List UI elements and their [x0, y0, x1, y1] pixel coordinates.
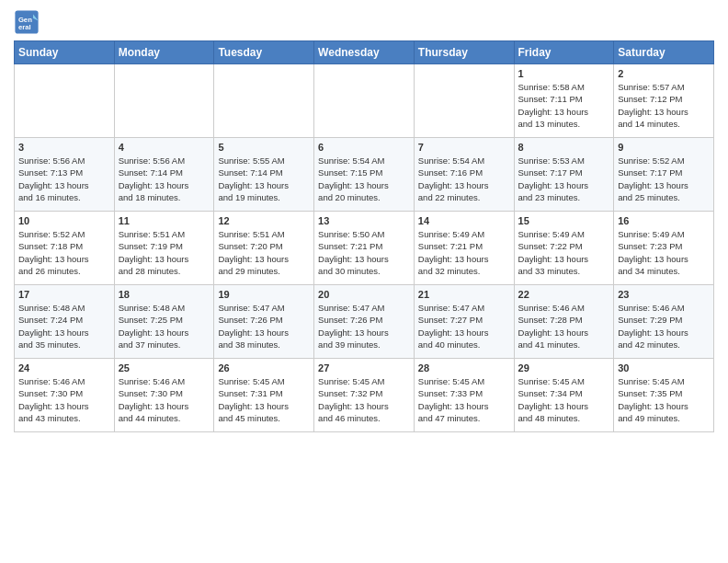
weekday-header-thursday: Thursday [414, 41, 514, 64]
day-info: Sunrise: 5:51 AM Sunset: 7:19 PM Dayligh… [119, 228, 210, 277]
day-number: 26 [218, 362, 310, 373]
calendar-cell: 3Sunrise: 5:56 AM Sunset: 7:13 PM Daylig… [15, 138, 115, 212]
calendar-cell: 2Sunrise: 5:57 AM Sunset: 7:12 PM Daylig… [614, 64, 714, 138]
svg-text:Gen: Gen [18, 16, 32, 24]
day-number: 6 [318, 142, 410, 153]
calendar-cell: 13Sunrise: 5:50 AM Sunset: 7:21 PM Dayli… [314, 212, 415, 285]
day-number: 29 [518, 362, 610, 373]
day-info: Sunrise: 5:45 AM Sunset: 7:35 PM Dayligh… [618, 375, 710, 424]
calendar-cell: 20Sunrise: 5:47 AM Sunset: 7:26 PM Dayli… [314, 285, 415, 359]
calendar-cell: 17Sunrise: 5:48 AM Sunset: 7:24 PM Dayli… [15, 285, 115, 359]
day-info: Sunrise: 5:54 AM Sunset: 7:16 PM Dayligh… [418, 155, 510, 203]
calendar-cell: 15Sunrise: 5:49 AM Sunset: 7:22 PM Dayli… [514, 212, 614, 285]
weekday-header-monday: Monday [114, 41, 214, 64]
day-info: Sunrise: 5:58 AM Sunset: 7:11 PM Dayligh… [518, 81, 610, 130]
calendar-week-4: 17Sunrise: 5:48 AM Sunset: 7:24 PM Dayli… [15, 285, 714, 359]
day-number: 12 [218, 215, 310, 226]
logo-icon: Gen eral [14, 9, 40, 35]
calendar-cell: 29Sunrise: 5:45 AM Sunset: 7:34 PM Dayli… [514, 359, 614, 432]
day-info: Sunrise: 5:52 AM Sunset: 7:17 PM Dayligh… [618, 155, 710, 203]
logo: Gen eral [14, 9, 43, 35]
day-info: Sunrise: 5:49 AM Sunset: 7:23 PM Dayligh… [618, 228, 710, 277]
calendar-header-row: SundayMondayTuesdayWednesdayThursdayFrid… [15, 41, 714, 64]
day-info: Sunrise: 5:49 AM Sunset: 7:21 PM Dayligh… [418, 228, 510, 277]
weekday-header-sunday: Sunday [15, 41, 115, 64]
day-info: Sunrise: 5:55 AM Sunset: 7:14 PM Dayligh… [218, 155, 310, 203]
calendar-week-5: 24Sunrise: 5:46 AM Sunset: 7:30 PM Dayli… [15, 359, 714, 432]
calendar-cell: 23Sunrise: 5:46 AM Sunset: 7:29 PM Dayli… [614, 285, 714, 359]
calendar-cell [15, 64, 115, 138]
svg-text:eral: eral [18, 23, 31, 31]
calendar-cell [114, 64, 214, 138]
calendar-cell: 18Sunrise: 5:48 AM Sunset: 7:25 PM Dayli… [114, 285, 214, 359]
weekday-header-wednesday: Wednesday [314, 41, 415, 64]
calendar-cell: 12Sunrise: 5:51 AM Sunset: 7:20 PM Dayli… [214, 212, 314, 285]
day-number: 30 [618, 362, 710, 373]
calendar-cell: 6Sunrise: 5:54 AM Sunset: 7:15 PM Daylig… [314, 138, 415, 212]
calendar-cell: 4Sunrise: 5:56 AM Sunset: 7:14 PM Daylig… [114, 138, 214, 212]
weekday-header-friday: Friday [514, 41, 614, 64]
calendar-cell: 5Sunrise: 5:55 AM Sunset: 7:14 PM Daylig… [214, 138, 314, 212]
day-number: 11 [119, 215, 210, 226]
calendar-cell: 19Sunrise: 5:47 AM Sunset: 7:26 PM Dayli… [214, 285, 314, 359]
weekday-header-tuesday: Tuesday [214, 41, 314, 64]
day-number: 18 [119, 289, 210, 300]
calendar-cell: 10Sunrise: 5:52 AM Sunset: 7:18 PM Dayli… [15, 212, 115, 285]
calendar-cell: 28Sunrise: 5:45 AM Sunset: 7:33 PM Dayli… [414, 359, 514, 432]
day-number: 23 [618, 289, 710, 300]
calendar-cell: 27Sunrise: 5:45 AM Sunset: 7:32 PM Dayli… [314, 359, 415, 432]
day-info: Sunrise: 5:47 AM Sunset: 7:27 PM Dayligh… [418, 302, 510, 350]
day-info: Sunrise: 5:46 AM Sunset: 7:30 PM Dayligh… [119, 375, 210, 424]
calendar-cell: 9Sunrise: 5:52 AM Sunset: 7:17 PM Daylig… [614, 138, 714, 212]
day-number: 27 [318, 362, 410, 373]
day-info: Sunrise: 5:53 AM Sunset: 7:17 PM Dayligh… [518, 155, 610, 203]
day-number: 24 [18, 362, 110, 373]
calendar: SundayMondayTuesdayWednesdayThursdayFrid… [14, 40, 714, 432]
day-info: Sunrise: 5:57 AM Sunset: 7:12 PM Dayligh… [618, 81, 710, 130]
day-info: Sunrise: 5:54 AM Sunset: 7:15 PM Dayligh… [318, 155, 410, 203]
calendar-cell: 11Sunrise: 5:51 AM Sunset: 7:19 PM Dayli… [114, 212, 214, 285]
day-number: 5 [218, 142, 310, 153]
day-info: Sunrise: 5:45 AM Sunset: 7:33 PM Dayligh… [418, 375, 510, 424]
day-info: Sunrise: 5:46 AM Sunset: 7:30 PM Dayligh… [18, 375, 110, 424]
page-header: Gen eral [14, 9, 714, 35]
calendar-cell: 8Sunrise: 5:53 AM Sunset: 7:17 PM Daylig… [514, 138, 614, 212]
day-number: 14 [418, 215, 510, 226]
day-info: Sunrise: 5:45 AM Sunset: 7:34 PM Dayligh… [518, 375, 610, 424]
calendar-cell [314, 64, 415, 138]
day-number: 7 [418, 142, 510, 153]
day-number: 9 [618, 142, 710, 153]
day-info: Sunrise: 5:51 AM Sunset: 7:20 PM Dayligh… [218, 228, 310, 277]
day-number: 1 [518, 68, 610, 79]
calendar-cell: 1Sunrise: 5:58 AM Sunset: 7:11 PM Daylig… [514, 64, 614, 138]
day-number: 8 [518, 142, 610, 153]
day-number: 19 [218, 289, 310, 300]
day-number: 28 [418, 362, 510, 373]
day-number: 2 [618, 68, 710, 79]
day-number: 13 [318, 215, 410, 226]
day-info: Sunrise: 5:47 AM Sunset: 7:26 PM Dayligh… [318, 302, 410, 350]
day-info: Sunrise: 5:52 AM Sunset: 7:18 PM Dayligh… [18, 228, 110, 277]
day-info: Sunrise: 5:47 AM Sunset: 7:26 PM Dayligh… [218, 302, 310, 350]
day-info: Sunrise: 5:48 AM Sunset: 7:24 PM Dayligh… [18, 302, 110, 350]
calendar-cell: 25Sunrise: 5:46 AM Sunset: 7:30 PM Dayli… [114, 359, 214, 432]
day-info: Sunrise: 5:46 AM Sunset: 7:28 PM Dayligh… [518, 302, 610, 350]
day-info: Sunrise: 5:48 AM Sunset: 7:25 PM Dayligh… [119, 302, 210, 350]
day-number: 22 [518, 289, 610, 300]
day-number: 21 [418, 289, 510, 300]
day-info: Sunrise: 5:46 AM Sunset: 7:29 PM Dayligh… [618, 302, 710, 350]
calendar-cell: 22Sunrise: 5:46 AM Sunset: 7:28 PM Dayli… [514, 285, 614, 359]
day-number: 4 [119, 142, 210, 153]
day-info: Sunrise: 5:49 AM Sunset: 7:22 PM Dayligh… [518, 228, 610, 277]
day-number: 15 [518, 215, 610, 226]
day-number: 17 [18, 289, 110, 300]
day-info: Sunrise: 5:50 AM Sunset: 7:21 PM Dayligh… [318, 228, 410, 277]
day-info: Sunrise: 5:45 AM Sunset: 7:32 PM Dayligh… [318, 375, 410, 424]
calendar-cell: 7Sunrise: 5:54 AM Sunset: 7:16 PM Daylig… [414, 138, 514, 212]
calendar-cell [414, 64, 514, 138]
day-info: Sunrise: 5:56 AM Sunset: 7:13 PM Dayligh… [18, 155, 110, 203]
calendar-cell: 30Sunrise: 5:45 AM Sunset: 7:35 PM Dayli… [614, 359, 714, 432]
calendar-cell: 24Sunrise: 5:46 AM Sunset: 7:30 PM Dayli… [15, 359, 115, 432]
day-info: Sunrise: 5:45 AM Sunset: 7:31 PM Dayligh… [218, 375, 310, 424]
day-number: 10 [18, 215, 110, 226]
